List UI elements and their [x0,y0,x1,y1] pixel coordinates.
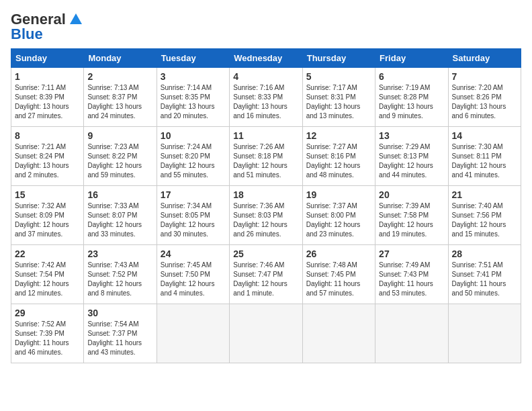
calendar-cell: 1Sunrise: 7:11 AM Sunset: 8:39 PM Daylig… [11,68,84,127]
col-header-tuesday: Tuesday [157,49,229,68]
calendar-table: SundayMondayTuesdayWednesdayThursdayFrid… [11,48,521,363]
day-number: 25 [233,248,298,259]
calendar-cell: 18Sunrise: 7:36 AM Sunset: 8:03 PM Dayli… [230,186,302,245]
day-number: 20 [379,189,444,200]
day-info: Sunrise: 7:40 AM Sunset: 7:56 PM Dayligh… [452,201,517,239]
day-number: 13 [379,130,444,141]
calendar-cell: 19Sunrise: 7:37 AM Sunset: 8:00 PM Dayli… [302,186,375,245]
logo: General Blue [11,11,82,43]
page-header: General Blue [11,11,521,43]
day-number: 18 [233,189,298,200]
day-number: 3 [161,71,226,82]
col-header-sunday: Sunday [11,49,84,68]
day-info: Sunrise: 7:49 AM Sunset: 7:43 PM Dayligh… [379,261,444,298]
day-info: Sunrise: 7:36 AM Sunset: 8:03 PM Dayligh… [233,201,298,239]
day-info: Sunrise: 7:54 AM Sunset: 7:37 PM Dayligh… [87,320,152,357]
calendar-cell: 16Sunrise: 7:33 AM Sunset: 8:07 PM Dayli… [84,186,157,245]
col-header-friday: Friday [375,49,448,68]
day-number: 21 [452,189,517,200]
day-number: 1 [15,71,80,82]
calendar-cell: 12Sunrise: 7:27 AM Sunset: 8:16 PM Dayli… [302,127,375,186]
day-number: 11 [233,130,298,141]
calendar-cell [302,304,375,363]
day-number: 10 [161,130,226,141]
day-number: 29 [15,308,80,318]
calendar-cell: 3Sunrise: 7:14 AM Sunset: 8:35 PM Daylig… [157,68,229,127]
day-info: Sunrise: 7:34 AM Sunset: 8:05 PM Dayligh… [161,201,226,239]
day-number: 23 [87,248,152,259]
calendar-cell: 15Sunrise: 7:32 AM Sunset: 8:09 PM Dayli… [11,186,84,245]
col-header-thursday: Thursday [302,49,375,68]
day-info: Sunrise: 7:19 AM Sunset: 8:28 PM Dayligh… [379,83,444,121]
calendar-cell: 30Sunrise: 7:54 AM Sunset: 7:37 PM Dayli… [84,304,157,363]
day-number: 14 [452,130,517,141]
calendar-cell: 21Sunrise: 7:40 AM Sunset: 7:56 PM Dayli… [448,186,521,245]
day-info: Sunrise: 7:16 AM Sunset: 8:33 PM Dayligh… [233,83,298,121]
day-info: Sunrise: 7:42 AM Sunset: 7:54 PM Dayligh… [15,261,80,298]
day-info: Sunrise: 7:11 AM Sunset: 8:39 PM Dayligh… [15,83,80,121]
calendar-cell: 4Sunrise: 7:16 AM Sunset: 8:33 PM Daylig… [230,68,302,127]
day-number: 19 [306,189,371,200]
calendar-cell: 20Sunrise: 7:39 AM Sunset: 7:58 PM Dayli… [375,186,448,245]
day-info: Sunrise: 7:46 AM Sunset: 7:47 PM Dayligh… [233,261,298,298]
day-info: Sunrise: 7:43 AM Sunset: 7:52 PM Dayligh… [87,261,152,298]
day-info: Sunrise: 7:24 AM Sunset: 8:20 PM Dayligh… [161,142,226,180]
day-number: 4 [233,71,298,82]
day-info: Sunrise: 7:27 AM Sunset: 8:16 PM Dayligh… [306,142,371,180]
calendar-cell [448,304,521,363]
day-info: Sunrise: 7:23 AM Sunset: 8:22 PM Dayligh… [87,142,152,180]
calendar-cell [157,304,229,363]
day-info: Sunrise: 7:13 AM Sunset: 8:37 PM Dayligh… [87,83,152,121]
calendar-cell: 7Sunrise: 7:20 AM Sunset: 8:26 PM Daylig… [448,68,521,127]
logo-text-blue: Blue [11,26,43,43]
col-header-saturday: Saturday [448,49,521,68]
col-header-monday: Monday [84,49,157,68]
day-info: Sunrise: 7:48 AM Sunset: 7:45 PM Dayligh… [306,261,371,298]
calendar-cell [230,304,302,363]
calendar-cell: 17Sunrise: 7:34 AM Sunset: 8:05 PM Dayli… [157,186,229,245]
calendar-cell: 24Sunrise: 7:45 AM Sunset: 7:50 PM Dayli… [157,245,229,304]
day-info: Sunrise: 7:32 AM Sunset: 8:09 PM Dayligh… [15,201,80,239]
calendar-cell: 6Sunrise: 7:19 AM Sunset: 8:28 PM Daylig… [375,68,448,127]
calendar-cell: 28Sunrise: 7:51 AM Sunset: 7:41 PM Dayli… [448,245,521,304]
day-info: Sunrise: 7:14 AM Sunset: 8:35 PM Dayligh… [161,83,226,121]
day-number: 22 [15,248,80,259]
day-number: 26 [306,248,371,259]
calendar-cell: 13Sunrise: 7:29 AM Sunset: 8:13 PM Dayli… [375,127,448,186]
day-number: 27 [379,248,444,259]
day-number: 16 [87,189,152,200]
calendar-cell: 11Sunrise: 7:26 AM Sunset: 8:18 PM Dayli… [230,127,302,186]
day-info: Sunrise: 7:37 AM Sunset: 8:00 PM Dayligh… [306,201,371,239]
calendar-cell: 25Sunrise: 7:46 AM Sunset: 7:47 PM Dayli… [230,245,302,304]
day-info: Sunrise: 7:45 AM Sunset: 7:50 PM Dayligh… [161,261,226,298]
day-number: 2 [87,71,152,82]
day-number: 15 [15,189,80,200]
calendar-cell [375,304,448,363]
day-number: 6 [379,71,444,82]
day-number: 8 [15,130,80,141]
day-number: 24 [161,248,226,259]
day-info: Sunrise: 7:20 AM Sunset: 8:26 PM Dayligh… [452,83,517,121]
calendar-cell: 23Sunrise: 7:43 AM Sunset: 7:52 PM Dayli… [84,245,157,304]
day-info: Sunrise: 7:21 AM Sunset: 8:24 PM Dayligh… [15,142,80,180]
day-info: Sunrise: 7:17 AM Sunset: 8:31 PM Dayligh… [306,83,371,121]
day-number: 5 [306,71,371,82]
calendar-cell: 14Sunrise: 7:30 AM Sunset: 8:11 PM Dayli… [448,127,521,186]
day-info: Sunrise: 7:33 AM Sunset: 8:07 PM Dayligh… [87,201,152,239]
day-info: Sunrise: 7:52 AM Sunset: 7:39 PM Dayligh… [15,320,80,357]
day-number: 7 [452,71,517,82]
day-info: Sunrise: 7:26 AM Sunset: 8:18 PM Dayligh… [233,142,298,180]
calendar-cell: 22Sunrise: 7:42 AM Sunset: 7:54 PM Dayli… [11,245,84,304]
col-header-wednesday: Wednesday [230,49,302,68]
day-number: 17 [161,189,226,200]
calendar-cell: 2Sunrise: 7:13 AM Sunset: 8:37 PM Daylig… [84,68,157,127]
day-number: 9 [87,130,152,141]
calendar-cell: 29Sunrise: 7:52 AM Sunset: 7:39 PM Dayli… [11,304,84,363]
calendar-cell: 26Sunrise: 7:48 AM Sunset: 7:45 PM Dayli… [302,245,375,304]
logo-triangle-icon [70,13,82,24]
day-number: 28 [452,248,517,259]
day-number: 12 [306,130,371,141]
calendar-cell: 5Sunrise: 7:17 AM Sunset: 8:31 PM Daylig… [302,68,375,127]
day-info: Sunrise: 7:29 AM Sunset: 8:13 PM Dayligh… [379,142,444,180]
calendar-cell: 8Sunrise: 7:21 AM Sunset: 8:24 PM Daylig… [11,127,84,186]
